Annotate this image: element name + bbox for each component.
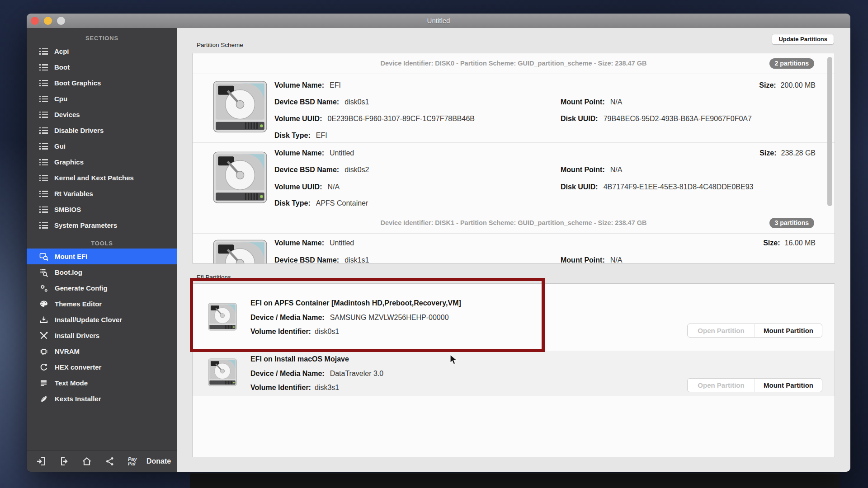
window-content: SECTIONS Acpi Boot Boot Graphics Cpu Dev… [27,28,850,472]
minimize-button[interactable] [44,17,52,25]
download-icon [39,315,48,324]
sidebar-item-install-drivers[interactable]: Install Drivers [27,328,177,343]
text-lines-icon [39,379,48,388]
open-partition-button[interactable]: Open Partition [688,324,755,337]
field-value: N/A [610,166,623,174]
donate-label[interactable]: Donate [146,457,171,465]
highlight-rectangle [190,278,545,352]
mount-point-line: Mount Point:N/A [561,97,622,108]
import-button[interactable] [36,456,46,466]
sidebar-item-nvram[interactable]: NVRAM [27,343,177,359]
tools-header: TOOLS [27,239,177,249]
mount-partition-button[interactable]: Mount Partition [755,379,822,392]
quill-icon [39,394,48,404]
sidebar-item-label: Kexts Installer [55,395,101,403]
size-line: Size:200.00 MB [759,80,816,91]
disk1-header-text: Device Identifier: DISK1 - Partition Sch… [380,219,646,226]
sidebar-item-label: Cpu [54,95,67,103]
list-icon [39,96,48,102]
field-label: Disk UUID: [561,115,598,123]
paypal-icon: Pay Pal [128,457,140,466]
sidebar-item-label: Disable Drivers [54,127,104,134]
sidebar-item-devices[interactable]: Devices [27,107,177,122]
sidebar-item-kexts-installer[interactable]: Kexts Installer [27,391,177,407]
refresh-icon [39,363,48,372]
tools-icon [39,331,48,340]
sidebar-item-text-mode[interactable]: Text Mode [27,375,177,391]
field-label: Volume UUID: [274,115,322,123]
volume-uuid-line: Volume UUID:N/A [274,182,340,192]
sidebar-item-kernel-kext-patches[interactable]: Kernel and Kext Patches [27,170,177,186]
sidebar-item-system-parameters[interactable]: System Parameters [27,217,177,233]
field-value: 16.00 MB [785,239,816,247]
list-icon [39,159,48,165]
sidebar-item-label: Acpi [54,47,69,55]
field-value: 0E239BC6-F960-3107-89CF-1C97F78BB46B [327,115,475,123]
field-label: Size: [759,81,776,89]
sidebar-item-label: Graphics [54,158,84,166]
title-bar[interactable]: Untitled [27,14,850,28]
sidebar-item-graphics[interactable]: Graphics [27,154,177,170]
sidebar-item-label: Text Mode [55,379,88,387]
export-button[interactable] [59,456,69,466]
sidebar-item-label: Generate Config [55,284,108,292]
list-icon [39,80,48,86]
list-icon [39,112,48,118]
size-line: Size:16.00 MB [763,238,816,249]
field-label: Volume Name: [274,239,324,247]
sidebar: SECTIONS Acpi Boot Boot Graphics Cpu Dev… [27,28,177,472]
sidebar-item-label: Boot.log [55,268,82,276]
field-label: Device / Media Name: [250,370,325,378]
sidebar-item-label: Boot Graphics [54,79,101,87]
field-label: Mount Point: [561,166,605,174]
home-icon [82,456,92,466]
palette-icon [39,300,48,309]
field-value: EFI [330,81,341,89]
sidebar-item-themes-editor[interactable]: Themes Editor [27,296,177,312]
sidebar-item-boot-log[interactable]: Boot.log [27,264,177,280]
sections-header: SECTIONS [27,33,177,43]
share-button[interactable] [105,456,115,466]
boot-log-icon [39,268,48,277]
clover-configurator-window: Untitled SECTIONS Acpi Boot Boot Graphic… [27,14,850,472]
list-icon [39,64,48,70]
sidebar-item-install-update-clover[interactable]: Install/Update Clover [27,312,177,328]
list-icon [39,222,48,229]
field-label: Device BSD Name: [274,166,339,174]
field-label: Volume Identifier: [250,384,311,392]
sidebar-item-generate-config[interactable]: Generate Config [27,280,177,296]
list-icon [39,191,48,197]
volume-uuid-line: Volume UUID:0E239BC6-F960-3107-89CF-1C97… [274,113,475,124]
home-button[interactable] [82,456,92,466]
close-button[interactable] [31,17,39,25]
sidebar-item-cpu[interactable]: Cpu [27,91,177,107]
field-label: Disk Type: [274,199,311,207]
partition-actions: Open Partition Mount Partition [687,378,822,392]
sidebar-item-smbios[interactable]: SMBIOS [27,202,177,217]
open-partition-button[interactable]: Open Partition [688,379,755,392]
mount-partition-button[interactable]: Mount Partition [755,324,822,337]
hard-drive-icon [213,151,267,203]
sidebar-item-rt-variables[interactable]: Rt Variables [27,186,177,202]
sidebar-item-disable-drivers[interactable]: Disable Drivers [27,122,177,138]
volume-name-line: Volume Name:EFI [274,80,341,91]
field-label: Size: [760,149,776,157]
field-label: Volume Name: [274,149,324,157]
field-value: Untitled [330,149,354,157]
update-partitions-button[interactable]: Update Partitions [772,34,834,45]
sidebar-item-boot-graphics[interactable]: Boot Graphics [27,75,177,91]
volume-name-line: Volume Name:Untitled [274,238,354,249]
sidebar-item-mount-efi[interactable]: Mount EFI [27,249,177,264]
zoom-button[interactable] [57,17,65,25]
donate-button[interactable]: Pay Pal [128,457,140,466]
sidebar-item-boot[interactable]: Boot [27,59,177,75]
disk0-partitions-badge: 2 partitions [769,58,814,69]
field-label: Mount Point: [561,256,605,264]
sidebar-item-acpi[interactable]: Acpi [27,43,177,59]
sidebar-item-label: NVRAM [55,347,80,355]
hard-drive-icon [213,239,267,264]
scrollbar-thumb[interactable] [827,57,832,206]
sidebar-item-hex-converter[interactable]: HEX converter [27,359,177,375]
sidebar-item-gui[interactable]: Gui [27,138,177,154]
disk-type-line: Disk Type:APFS Container [274,198,368,209]
